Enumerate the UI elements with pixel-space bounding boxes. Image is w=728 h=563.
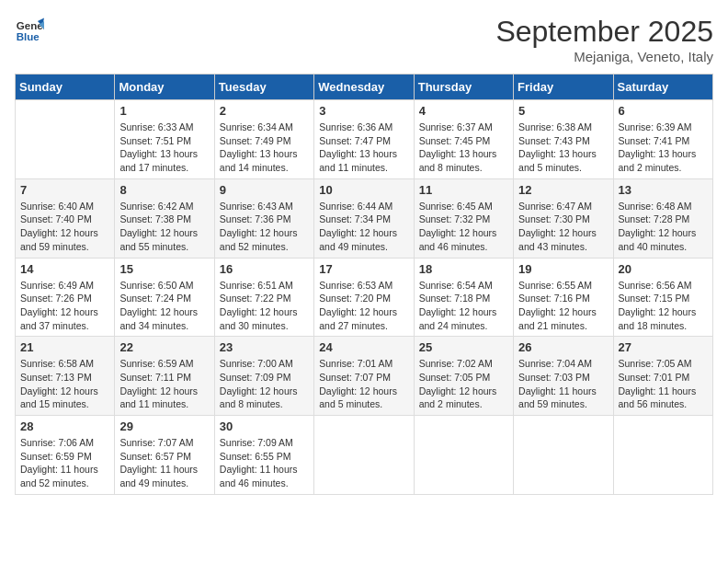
title-block: September 2025 Mejaniga, Veneto, Italy <box>495 15 713 64</box>
day-number: 14 <box>20 262 109 276</box>
week-row-3: 14Sunrise: 6:49 AMSunset: 7:26 PMDayligh… <box>16 258 713 337</box>
week-row-4: 21Sunrise: 6:58 AMSunset: 7:13 PMDayligh… <box>16 337 713 416</box>
cell-info: Sunrise: 7:09 AMSunset: 6:55 PMDaylight:… <box>220 436 309 490</box>
cell-info: Sunrise: 7:05 AMSunset: 7:01 PMDaylight:… <box>619 357 708 411</box>
col-header-thursday: Thursday <box>414 75 513 100</box>
calendar-cell: 14Sunrise: 6:49 AMSunset: 7:26 PMDayligh… <box>16 258 115 337</box>
calendar-cell: 26Sunrise: 7:04 AMSunset: 7:03 PMDayligh… <box>514 337 613 416</box>
cell-info: Sunrise: 6:38 AMSunset: 7:43 PMDaylight:… <box>518 121 608 175</box>
day-number: 13 <box>619 183 708 197</box>
day-number: 11 <box>419 183 508 197</box>
svg-text:Blue: Blue <box>17 31 40 42</box>
header-row: SundayMondayTuesdayWednesdayThursdayFrid… <box>16 75 713 100</box>
cell-info: Sunrise: 6:58 AMSunset: 7:13 PMDaylight:… <box>20 357 109 411</box>
location-subtitle: Mejaniga, Veneto, Italy <box>495 49 713 64</box>
col-header-friday: Friday <box>514 75 613 100</box>
calendar-cell: 18Sunrise: 6:54 AMSunset: 7:18 PMDayligh… <box>414 258 513 337</box>
cell-info: Sunrise: 6:56 AMSunset: 7:15 PMDaylight:… <box>619 279 708 333</box>
col-header-saturday: Saturday <box>613 75 712 100</box>
cell-info: Sunrise: 7:01 AMSunset: 7:07 PMDaylight:… <box>319 357 408 411</box>
day-number: 30 <box>220 419 309 433</box>
calendar-cell: 1Sunrise: 6:33 AMSunset: 7:51 PMDaylight… <box>115 100 214 179</box>
day-number: 1 <box>119 104 209 118</box>
calendar-cell: 12Sunrise: 6:47 AMSunset: 7:30 PMDayligh… <box>514 178 613 258</box>
day-number: 21 <box>20 340 109 354</box>
calendar-cell: 30Sunrise: 7:09 AMSunset: 6:55 PMDayligh… <box>214 416 313 495</box>
day-number: 15 <box>119 262 209 276</box>
cell-info: Sunrise: 6:33 AMSunset: 7:51 PMDaylight:… <box>119 121 209 175</box>
day-number: 26 <box>518 340 608 354</box>
day-number: 19 <box>518 262 608 276</box>
calendar-cell: 2Sunrise: 6:34 AMSunset: 7:49 PMDaylight… <box>214 100 313 179</box>
col-header-monday: Monday <box>115 75 214 100</box>
calendar-cell: 11Sunrise: 6:45 AMSunset: 7:32 PMDayligh… <box>414 178 513 258</box>
calendar-cell <box>514 416 613 495</box>
col-header-sunday: Sunday <box>16 75 115 100</box>
col-header-tuesday: Tuesday <box>214 75 313 100</box>
calendar-cell <box>414 416 513 495</box>
calendar-cell: 24Sunrise: 7:01 AMSunset: 7:07 PMDayligh… <box>314 337 414 416</box>
cell-info: Sunrise: 6:48 AMSunset: 7:28 PMDaylight:… <box>619 200 708 254</box>
calendar-cell: 21Sunrise: 6:58 AMSunset: 7:13 PMDayligh… <box>16 337 115 416</box>
calendar-cell: 23Sunrise: 7:00 AMSunset: 7:09 PMDayligh… <box>214 337 313 416</box>
cell-info: Sunrise: 6:53 AMSunset: 7:20 PMDaylight:… <box>319 279 408 333</box>
day-number: 20 <box>619 262 708 276</box>
day-number: 9 <box>220 183 309 197</box>
logo: General Blue <box>15 15 44 44</box>
calendar-cell: 4Sunrise: 6:37 AMSunset: 7:45 PMDaylight… <box>414 100 513 179</box>
cell-info: Sunrise: 6:40 AMSunset: 7:40 PMDaylight:… <box>20 200 109 254</box>
calendar-cell: 5Sunrise: 6:38 AMSunset: 7:43 PMDaylight… <box>514 100 613 179</box>
calendar-cell: 6Sunrise: 6:39 AMSunset: 7:41 PMDaylight… <box>613 100 712 179</box>
logo-icon: General Blue <box>15 15 44 44</box>
cell-info: Sunrise: 7:04 AMSunset: 7:03 PMDaylight:… <box>518 357 608 411</box>
cell-info: Sunrise: 7:02 AMSunset: 7:05 PMDaylight:… <box>419 357 508 411</box>
calendar-cell <box>16 100 115 179</box>
calendar-cell <box>314 416 414 495</box>
cell-info: Sunrise: 6:34 AMSunset: 7:49 PMDaylight:… <box>220 121 309 175</box>
day-number: 4 <box>419 104 508 118</box>
calendar-cell: 9Sunrise: 6:43 AMSunset: 7:36 PMDaylight… <box>214 178 313 258</box>
day-number: 27 <box>619 340 708 354</box>
calendar-cell: 29Sunrise: 7:07 AMSunset: 6:57 PMDayligh… <box>115 416 214 495</box>
calendar-cell: 8Sunrise: 6:42 AMSunset: 7:38 PMDaylight… <box>115 178 214 258</box>
cell-info: Sunrise: 6:39 AMSunset: 7:41 PMDaylight:… <box>619 121 708 175</box>
day-number: 2 <box>220 104 309 118</box>
calendar-cell: 17Sunrise: 6:53 AMSunset: 7:20 PMDayligh… <box>314 258 414 337</box>
day-number: 24 <box>319 340 408 354</box>
day-number: 6 <box>619 104 708 118</box>
day-number: 28 <box>20 419 109 433</box>
cell-info: Sunrise: 6:42 AMSunset: 7:38 PMDaylight:… <box>119 200 209 254</box>
day-number: 12 <box>518 183 608 197</box>
cell-info: Sunrise: 6:44 AMSunset: 7:34 PMDaylight:… <box>319 200 408 254</box>
day-number: 8 <box>119 183 209 197</box>
calendar-cell: 22Sunrise: 6:59 AMSunset: 7:11 PMDayligh… <box>115 337 214 416</box>
cell-info: Sunrise: 6:49 AMSunset: 7:26 PMDaylight:… <box>20 279 109 333</box>
cell-info: Sunrise: 6:43 AMSunset: 7:36 PMDaylight:… <box>220 200 309 254</box>
page-header: General Blue September 2025 Mejaniga, Ve… <box>15 15 713 64</box>
day-number: 5 <box>518 104 608 118</box>
calendar-cell <box>613 416 712 495</box>
day-number: 3 <box>319 104 408 118</box>
day-number: 10 <box>319 183 408 197</box>
calendar-cell: 10Sunrise: 6:44 AMSunset: 7:34 PMDayligh… <box>314 178 414 258</box>
cell-info: Sunrise: 6:47 AMSunset: 7:30 PMDaylight:… <box>518 200 608 254</box>
week-row-1: 1Sunrise: 6:33 AMSunset: 7:51 PMDaylight… <box>16 100 713 179</box>
calendar-table: SundayMondayTuesdayWednesdayThursdayFrid… <box>15 74 713 495</box>
cell-info: Sunrise: 6:50 AMSunset: 7:24 PMDaylight:… <box>119 279 209 333</box>
calendar-cell: 27Sunrise: 7:05 AMSunset: 7:01 PMDayligh… <box>613 337 712 416</box>
calendar-cell: 3Sunrise: 6:36 AMSunset: 7:47 PMDaylight… <box>314 100 414 179</box>
calendar-cell: 25Sunrise: 7:02 AMSunset: 7:05 PMDayligh… <box>414 337 513 416</box>
day-number: 18 <box>419 262 508 276</box>
week-row-2: 7Sunrise: 6:40 AMSunset: 7:40 PMDaylight… <box>16 178 713 258</box>
day-number: 29 <box>119 419 209 433</box>
cell-info: Sunrise: 7:07 AMSunset: 6:57 PMDaylight:… <box>119 436 209 490</box>
calendar-cell: 13Sunrise: 6:48 AMSunset: 7:28 PMDayligh… <box>613 178 712 258</box>
week-row-5: 28Sunrise: 7:06 AMSunset: 6:59 PMDayligh… <box>16 416 713 495</box>
day-number: 7 <box>20 183 109 197</box>
day-number: 22 <box>119 340 209 354</box>
cell-info: Sunrise: 6:45 AMSunset: 7:32 PMDaylight:… <box>419 200 508 254</box>
day-number: 16 <box>220 262 309 276</box>
cell-info: Sunrise: 6:51 AMSunset: 7:22 PMDaylight:… <box>220 279 309 333</box>
calendar-cell: 15Sunrise: 6:50 AMSunset: 7:24 PMDayligh… <box>115 258 214 337</box>
calendar-cell: 28Sunrise: 7:06 AMSunset: 6:59 PMDayligh… <box>16 416 115 495</box>
